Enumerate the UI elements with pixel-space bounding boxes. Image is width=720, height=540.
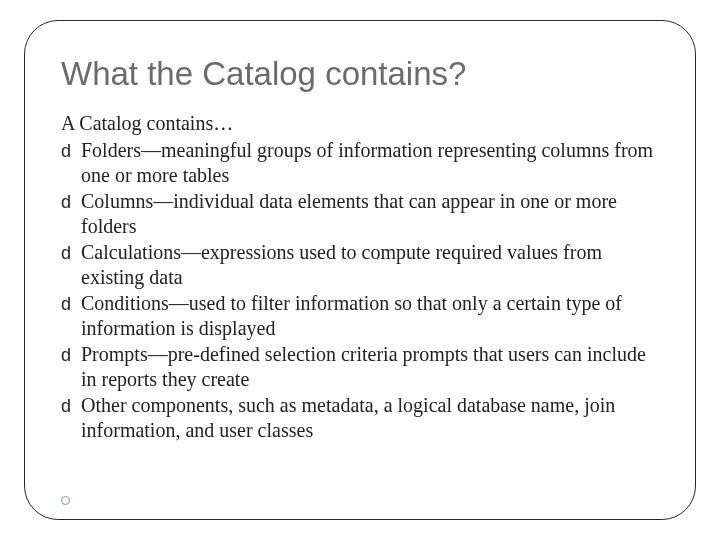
bullet-list: dFolders—meaningful groups of informatio… [61,138,659,443]
list-item: dColumns—individual data elements that c… [61,189,659,239]
bullet-icon: d [61,293,81,316]
list-item: dFolders—meaningful groups of informatio… [61,138,659,188]
bullet-text: Other components, such as metadata, a lo… [81,394,615,441]
list-item: dOther components, such as metadata, a l… [61,393,659,443]
list-item: dCalculations—expressions used to comput… [61,240,659,290]
intro-text: A Catalog contains… [61,111,659,136]
bullet-text: Folders—meaningful groups of information… [81,139,653,186]
slide: What the Catalog contains? A Catalog con… [0,0,720,540]
bullet-icon: d [61,242,81,265]
bullet-icon: d [61,191,81,214]
bullet-text: Conditions—used to filter information so… [81,292,622,339]
bullet-text: Prompts—pre-defined selection criteria p… [81,343,646,390]
bullet-icon: d [61,395,81,418]
slide-frame: What the Catalog contains? A Catalog con… [24,20,696,520]
list-item: dPrompts—pre-defined selection criteria … [61,342,659,392]
bullet-text: Columns—individual data elements that ca… [81,190,617,237]
bullet-text: Calculations—expressions used to compute… [81,241,602,288]
bullet-icon: d [61,344,81,367]
slide-title: What the Catalog contains? [61,55,659,93]
footer-decorative-circle-icon [61,496,70,505]
bullet-icon: d [61,140,81,163]
list-item: dConditions—used to filter information s… [61,291,659,341]
